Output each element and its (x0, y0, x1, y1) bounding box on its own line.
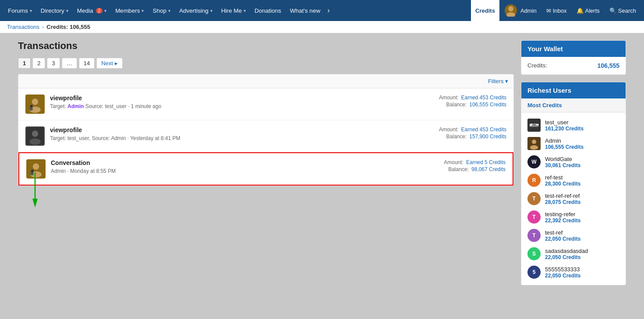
page-title: Transactions (18, 40, 514, 52)
user-info: test_user 161,230 Credits (545, 119, 619, 132)
amount-label: Amount: (444, 159, 464, 165)
user-name[interactable]: testing-refer (545, 211, 619, 217)
balance-value: 157,900 Credits (469, 133, 506, 140)
avatar: T (527, 192, 541, 205)
svg-point-0 (508, 6, 513, 11)
nav-alerts[interactable]: 🔔 Alerts (572, 0, 604, 21)
nav-hireme[interactable]: Hire Me ▾ (217, 0, 250, 21)
table-row: viewprofile Target: Admin Source: test_u… (18, 88, 513, 120)
avatar: W (527, 155, 541, 168)
transaction-body: viewprofile Target: test_user, Source: A… (50, 126, 434, 141)
amount-value: Earned 453 Credits (461, 126, 506, 133)
bell-icon: 🔔 (577, 7, 584, 14)
filters-button[interactable]: Filters ▾ (488, 78, 508, 84)
list-item: T testing-refer 22,392 Credits (521, 208, 626, 226)
avatar (26, 159, 46, 179)
richest-header: Richest Users (521, 82, 626, 98)
nav-advertising[interactable]: Advertising ▾ (175, 0, 217, 21)
next-page-button[interactable]: Next ▸ (96, 58, 122, 69)
user-name[interactable]: test_user (545, 119, 619, 126)
wallet-body: Credits: 106,555 (521, 57, 626, 74)
nav-media[interactable]: Media 2 ▾ (73, 0, 111, 21)
svg-point-25 (530, 145, 538, 150)
user-name[interactable]: sadasdasdasdad (545, 248, 619, 254)
breadcrumb-separator: › (42, 24, 44, 30)
user-info: WorldGate 30,061 Credits (545, 156, 619, 168)
user-name[interactable]: 55555533333 (545, 266, 619, 273)
user-credits: 30,061 Credits (545, 162, 619, 168)
richest-tab[interactable]: Most Credits (521, 98, 626, 112)
user-name[interactable]: ref-test (545, 174, 619, 181)
nav-donations[interactable]: Donations (250, 0, 286, 21)
nav-credits[interactable]: Credits (471, 0, 499, 21)
chevron-down-icon: ▾ (30, 8, 32, 13)
breadcrumb-transactions[interactable]: Transactions (7, 24, 39, 30)
chevron-down-icon: ▾ (142, 8, 144, 13)
nav-forums[interactable]: Forums ▾ (4, 0, 36, 21)
avatar: T (527, 210, 541, 224)
chevron-down-icon: ▾ (66, 8, 68, 13)
nav-search[interactable]: 🔍 Search (605, 0, 640, 21)
user-credits: 22,050 Credits (545, 236, 619, 242)
user-info: test-ref-ref-ref 28,075 Credits (545, 193, 619, 205)
pagination: 1 2 3 … 14 Next ▸ (18, 58, 514, 69)
nav-right: Credits Admin ✉ Inbox 🔔 Alerts 🔍 Search (471, 0, 640, 21)
nav-members[interactable]: Members ▾ (111, 0, 148, 21)
page-14-button[interactable]: 14 (79, 58, 95, 69)
nav-inbox[interactable]: ✉ Inbox (542, 0, 571, 21)
main-content: Transactions 1 2 3 … 14 Next ▸ Filters ▾ (18, 40, 514, 292)
list-item: T test-ref 22,050 Credits (521, 226, 626, 245)
user-credits: 28,300 Credits (545, 181, 619, 187)
nav-shop[interactable]: Shop ▾ (148, 0, 175, 21)
svg-marker-16 (32, 199, 38, 207)
transaction-meta: Target: Admin Source: test_user · 1 minu… (50, 103, 434, 109)
user-info: Admin 106,555 Credits (545, 137, 619, 150)
user-credits: 22,050 Credits (545, 254, 619, 260)
credits-value: 106,555 (597, 62, 619, 69)
svg-rect-20 (531, 124, 532, 125)
svg-point-11 (33, 163, 39, 170)
user-name[interactable]: Admin (545, 137, 619, 144)
nav-more-button[interactable]: › (325, 0, 332, 21)
svg-rect-6 (30, 105, 32, 107)
user-info: 55555533333 22,050 Credits (545, 266, 619, 279)
breadcrumb: Transactions › Credits: 106,555 (0, 21, 644, 33)
transaction-title[interactable]: viewprofile (50, 95, 434, 102)
list-item: Admin 106,555 Credits (521, 134, 626, 153)
user-name[interactable]: WorldGate (545, 156, 619, 162)
list-item: T test-ref-ref-ref 28,075 Credits (521, 189, 626, 208)
transaction-title[interactable]: Conversation (51, 159, 439, 166)
avatar (527, 137, 541, 150)
page-1-button[interactable]: 1 (18, 58, 31, 69)
page-ellipsis: … (62, 58, 77, 69)
transaction-amounts: Amount: Earned 453 Credits Balance: 106,… (439, 95, 506, 109)
balance-value: 98,067 Credits (471, 166, 506, 172)
content-wrapper: Transactions 1 2 3 … 14 Next ▸ Filters ▾ (11, 33, 633, 299)
amount-value: Earned 5 Credits (466, 159, 506, 165)
transaction-list: viewprofile Target: Admin Source: test_u… (18, 88, 514, 186)
nav-whatsnew[interactable]: What's new (286, 0, 325, 21)
nav-directory[interactable]: Directory ▾ (36, 0, 73, 21)
user-name[interactable]: test-ref (545, 229, 619, 236)
nav-user[interactable]: Admin (500, 0, 541, 21)
target-link[interactable]: Admin (67, 103, 84, 109)
avatar: T (527, 229, 541, 242)
transaction-title[interactable]: viewprofile (50, 126, 434, 133)
svg-rect-14 (31, 170, 33, 172)
list-item: R ref-test 28,300 Credits (521, 171, 626, 189)
list-item: S sadasdasdasdad 22,050 Credits (521, 245, 626, 263)
user-info: sadasdasdasdad 22,050 Credits (545, 248, 619, 260)
list-item: W WorldGate 30,061 Credits (521, 153, 626, 171)
page-2-button[interactable]: 2 (32, 58, 45, 69)
chevron-down-icon: ▾ (104, 8, 106, 13)
table-row: Conversation Admin · Monday at 8:55 PM A… (18, 152, 513, 186)
svg-point-22 (538, 124, 539, 126)
amount-label: Amount: (439, 126, 459, 133)
page-3-button[interactable]: 3 (47, 58, 60, 69)
user-name[interactable]: test-ref-ref-ref (545, 193, 619, 199)
list-item: test_user 161,230 Credits (521, 116, 626, 134)
balance-label: Balance: (446, 102, 467, 108)
avatar (505, 4, 517, 17)
wallet-header: Your Wallet (521, 41, 626, 57)
rich-list: test_user 161,230 Credits Admin (521, 112, 626, 285)
